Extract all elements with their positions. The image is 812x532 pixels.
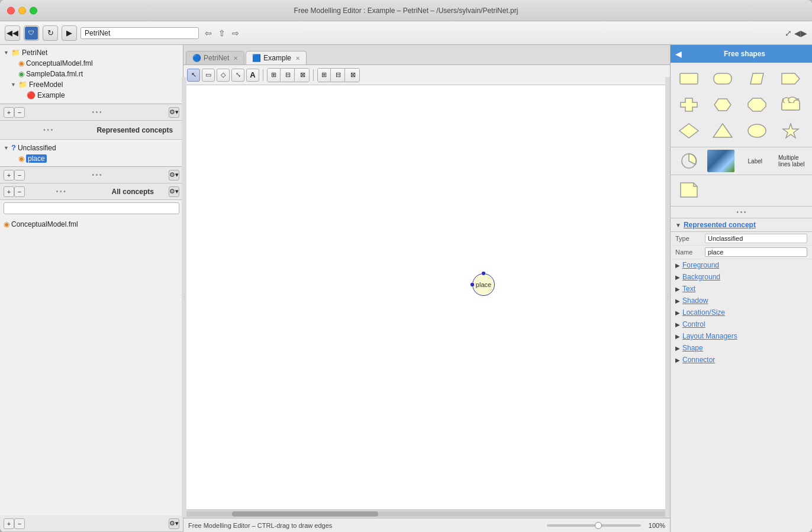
shape-pie[interactable] xyxy=(675,150,703,172)
nav-up-btn[interactable]: ⇧ xyxy=(216,27,228,39)
shape-cross[interactable] xyxy=(675,93,703,116)
align-left-btn[interactable]: ⊞ xyxy=(268,69,281,82)
add-all-bottom-btn[interactable]: + xyxy=(4,518,14,529)
home-btn[interactable]: 🛡 xyxy=(24,25,39,41)
connector-label[interactable]: Connector xyxy=(682,356,715,364)
dist-vert-btn[interactable]: ⊟ xyxy=(332,69,345,82)
close-button[interactable] xyxy=(7,7,15,14)
layout-managers-row[interactable]: ▶ Layout Managers xyxy=(671,330,812,342)
shape-note[interactable] xyxy=(675,179,703,201)
rep-concept-header-dots: • • • xyxy=(675,209,807,215)
concept-place[interactable]: ◉ place xyxy=(0,153,183,164)
dist-horiz-btn[interactable]: ⊞ xyxy=(318,69,331,82)
tab-petrinet[interactable]: 🔵 PetriNet ✕ xyxy=(186,51,244,65)
canvas[interactable]: place xyxy=(183,85,670,510)
label-shape-cell[interactable]: Label xyxy=(739,158,771,165)
rect-tool-btn[interactable]: ▭ xyxy=(202,69,215,82)
remove-all-btn[interactable]: − xyxy=(14,186,25,197)
all-settings-btn[interactable]: ⚙▾ xyxy=(169,186,179,197)
add-file-btn[interactable]: + xyxy=(4,107,14,118)
foreground-label[interactable]: Foreground xyxy=(682,261,719,269)
concept-settings-btn[interactable]: ⚙▾ xyxy=(169,170,179,180)
expand-btn[interactable]: ⤢ xyxy=(785,28,792,38)
svg-marker-18 xyxy=(783,124,798,138)
dist-both-btn[interactable]: ⊠ xyxy=(346,69,359,82)
select-tool-btn[interactable]: ↖ xyxy=(187,69,200,82)
shape-prop-row[interactable]: ▶ Shape xyxy=(671,342,812,354)
shape-diamond[interactable] xyxy=(675,120,703,142)
text-label[interactable]: Text xyxy=(682,285,695,293)
shape-hexagon[interactable] xyxy=(709,93,736,116)
tab-example[interactable]: 🟦 Example ✕ xyxy=(246,51,307,65)
nav-back-btn[interactable]: ⇦ xyxy=(202,27,214,39)
remove-concept-btn[interactable]: − xyxy=(14,170,25,180)
shape-rounded-rect[interactable] xyxy=(709,67,736,90)
tree-item-conceptual[interactable]: ◉ ConceptualModel.fml xyxy=(0,58,183,69)
control-row[interactable]: ▶ Control xyxy=(671,318,812,330)
add-all-btn[interactable]: + xyxy=(4,186,14,197)
example-tab-close[interactable]: ✕ xyxy=(295,55,300,62)
zoom-thumb[interactable] xyxy=(595,522,602,529)
add-concept-btn[interactable]: + xyxy=(4,170,14,180)
nav-forward-small[interactable]: ▶ xyxy=(62,25,77,41)
all-concept-item-0[interactable]: ◉ ConceptualModel.fml xyxy=(0,219,183,230)
shape-rect[interactable] xyxy=(675,67,703,90)
multi-label-shape-cell[interactable]: Multiplelines label xyxy=(776,154,808,167)
name-input[interactable] xyxy=(705,247,807,257)
shape-image[interactable] xyxy=(707,150,734,172)
resize-tool-btn[interactable]: ⤡ xyxy=(231,69,244,82)
shape-octagon[interactable] xyxy=(743,93,771,116)
refresh-btn[interactable]: ↻ xyxy=(43,25,58,41)
foreground-row[interactable]: ▶ Foreground xyxy=(671,259,812,271)
background-row[interactable]: ▶ Background xyxy=(671,271,812,283)
align-right-btn[interactable]: ⊠ xyxy=(296,69,309,82)
concept-unclassified[interactable]: ▼ ? Unclassified xyxy=(0,142,183,153)
align-center-btn[interactable]: ⊟ xyxy=(282,69,295,82)
shape-cloud[interactable] xyxy=(777,93,804,116)
shape-pentagon-right[interactable] xyxy=(777,67,804,90)
remove-all-bottom-btn[interactable]: − xyxy=(14,518,25,529)
shapes-back-btn[interactable]: ◀ xyxy=(675,49,682,59)
place-shape[interactable]: place xyxy=(472,273,495,296)
shape-triangle[interactable] xyxy=(709,120,736,142)
shape-prop-label[interactable]: Shape xyxy=(682,344,703,352)
all-concepts-search-input[interactable] xyxy=(4,202,179,214)
file-settings-btn[interactable]: ⚙▾ xyxy=(169,107,179,118)
tree-item-petrinet[interactable]: ▼ 📁 PetriNet xyxy=(0,47,183,58)
location-size-label[interactable]: Location/Size xyxy=(682,308,725,317)
left-resize-handle[interactable]: ··· xyxy=(183,85,186,510)
text-tool-btn[interactable]: A xyxy=(246,69,259,82)
right-resize-handle[interactable]: ··· xyxy=(665,85,670,510)
connector-row[interactable]: ▶ Connector xyxy=(671,354,812,366)
petrinet-tab-icon: 🔵 xyxy=(192,54,201,62)
panel-toggle-btn[interactable]: ◀▶ xyxy=(794,28,807,38)
canvas-scrollbar[interactable] xyxy=(183,510,670,518)
all-bottom-settings-btn[interactable]: ⚙▾ xyxy=(169,518,179,529)
minimize-button[interactable] xyxy=(18,7,26,14)
text-row[interactable]: ▶ Text xyxy=(671,283,812,295)
tree-item-freemodel[interactable]: ▼ 📁 FreeModel xyxy=(0,79,183,90)
collapse-btn[interactable]: ◀◀ xyxy=(5,25,20,41)
zoom-slider[interactable] xyxy=(547,524,641,527)
shadow-row[interactable]: ▶ Shadow xyxy=(671,295,812,307)
layout-managers-label[interactable]: Layout Managers xyxy=(682,332,737,340)
background-label[interactable]: Background xyxy=(682,273,720,281)
remove-file-btn[interactable]: − xyxy=(14,107,25,118)
control-label[interactable]: Control xyxy=(682,320,705,328)
breadcrumb-path[interactable]: PetriNet xyxy=(80,27,199,39)
maximize-button[interactable] xyxy=(30,7,37,14)
nav-fwd-btn[interactable]: ⇨ xyxy=(230,27,241,39)
rep-concept-title[interactable]: Represented concept xyxy=(684,221,756,229)
shape-parallelogram[interactable] xyxy=(743,67,771,90)
rep-concept-collapse-arrow[interactable]: ▼ xyxy=(675,222,681,228)
place-concept-label: place xyxy=(26,154,47,163)
shadow-label[interactable]: Shadow xyxy=(682,296,708,305)
shape-ellipse[interactable] xyxy=(743,120,771,142)
tree-item-sampledata[interactable]: ◉ SampleData.fml.rt xyxy=(0,69,183,79)
location-size-row[interactable]: ▶ Location/Size xyxy=(671,307,812,318)
diamond-tool-btn[interactable]: ◇ xyxy=(217,69,230,82)
petrinet-tab-close[interactable]: ✕ xyxy=(233,55,238,62)
shape-star[interactable] xyxy=(777,120,804,142)
tree-item-example[interactable]: 🔴 Example xyxy=(0,90,183,101)
scrollbar-thumb[interactable] xyxy=(232,511,378,517)
